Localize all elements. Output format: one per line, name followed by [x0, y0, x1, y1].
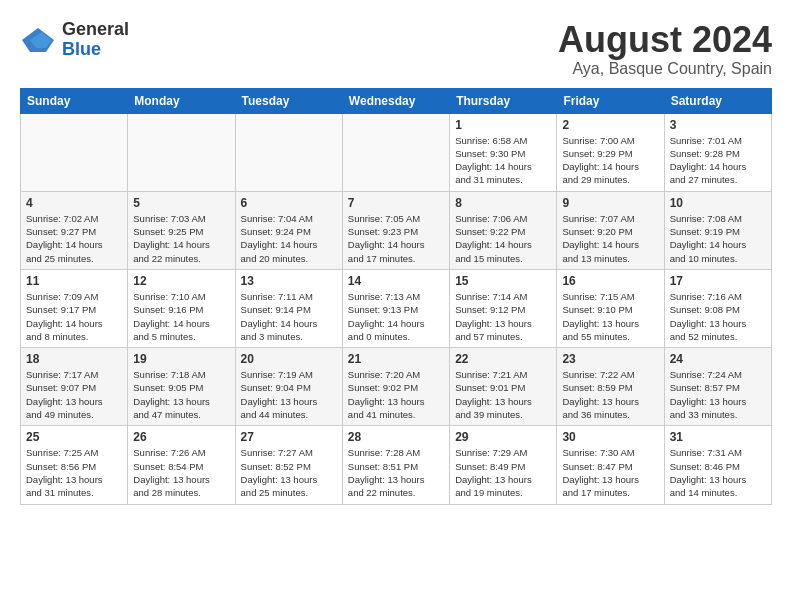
day-cell: 1Sunrise: 6:58 AM Sunset: 9:30 PM Daylig… — [450, 113, 557, 191]
day-info: Sunrise: 7:28 AM Sunset: 8:51 PM Dayligh… — [348, 446, 444, 499]
week-row-1: 1Sunrise: 6:58 AM Sunset: 9:30 PM Daylig… — [21, 113, 772, 191]
day-cell — [128, 113, 235, 191]
day-info: Sunrise: 7:15 AM Sunset: 9:10 PM Dayligh… — [562, 290, 658, 343]
day-info: Sunrise: 7:07 AM Sunset: 9:20 PM Dayligh… — [562, 212, 658, 265]
day-cell: 11Sunrise: 7:09 AM Sunset: 9:17 PM Dayli… — [21, 269, 128, 347]
day-info: Sunrise: 7:08 AM Sunset: 9:19 PM Dayligh… — [670, 212, 766, 265]
day-cell: 10Sunrise: 7:08 AM Sunset: 9:19 PM Dayli… — [664, 191, 771, 269]
day-cell: 30Sunrise: 7:30 AM Sunset: 8:47 PM Dayli… — [557, 426, 664, 504]
day-cell — [342, 113, 449, 191]
day-number: 8 — [455, 196, 551, 210]
day-number: 31 — [670, 430, 766, 444]
weekday-header-thursday: Thursday — [450, 88, 557, 113]
day-cell: 29Sunrise: 7:29 AM Sunset: 8:49 PM Dayli… — [450, 426, 557, 504]
day-info: Sunrise: 7:10 AM Sunset: 9:16 PM Dayligh… — [133, 290, 229, 343]
day-number: 11 — [26, 274, 122, 288]
day-cell: 2Sunrise: 7:00 AM Sunset: 9:29 PM Daylig… — [557, 113, 664, 191]
weekday-header-saturday: Saturday — [664, 88, 771, 113]
day-number: 10 — [670, 196, 766, 210]
day-cell: 23Sunrise: 7:22 AM Sunset: 8:59 PM Dayli… — [557, 348, 664, 426]
day-cell: 15Sunrise: 7:14 AM Sunset: 9:12 PM Dayli… — [450, 269, 557, 347]
week-row-3: 11Sunrise: 7:09 AM Sunset: 9:17 PM Dayli… — [21, 269, 772, 347]
day-cell: 27Sunrise: 7:27 AM Sunset: 8:52 PM Dayli… — [235, 426, 342, 504]
weekday-header-tuesday: Tuesday — [235, 88, 342, 113]
day-info: Sunrise: 7:16 AM Sunset: 9:08 PM Dayligh… — [670, 290, 766, 343]
day-number: 28 — [348, 430, 444, 444]
day-cell: 26Sunrise: 7:26 AM Sunset: 8:54 PM Dayli… — [128, 426, 235, 504]
weekday-header-sunday: Sunday — [21, 88, 128, 113]
day-cell: 8Sunrise: 7:06 AM Sunset: 9:22 PM Daylig… — [450, 191, 557, 269]
day-cell: 5Sunrise: 7:03 AM Sunset: 9:25 PM Daylig… — [128, 191, 235, 269]
location: Aya, Basque Country, Spain — [558, 60, 772, 78]
week-row-2: 4Sunrise: 7:02 AM Sunset: 9:27 PM Daylig… — [21, 191, 772, 269]
day-number: 23 — [562, 352, 658, 366]
day-info: Sunrise: 7:27 AM Sunset: 8:52 PM Dayligh… — [241, 446, 337, 499]
day-info: Sunrise: 7:24 AM Sunset: 8:57 PM Dayligh… — [670, 368, 766, 421]
day-number: 26 — [133, 430, 229, 444]
day-info: Sunrise: 7:04 AM Sunset: 9:24 PM Dayligh… — [241, 212, 337, 265]
day-cell — [21, 113, 128, 191]
day-number: 7 — [348, 196, 444, 210]
day-info: Sunrise: 7:09 AM Sunset: 9:17 PM Dayligh… — [26, 290, 122, 343]
day-cell: 12Sunrise: 7:10 AM Sunset: 9:16 PM Dayli… — [128, 269, 235, 347]
day-number: 25 — [26, 430, 122, 444]
day-number: 17 — [670, 274, 766, 288]
day-info: Sunrise: 7:29 AM Sunset: 8:49 PM Dayligh… — [455, 446, 551, 499]
day-info: Sunrise: 7:11 AM Sunset: 9:14 PM Dayligh… — [241, 290, 337, 343]
weekday-header-row: SundayMondayTuesdayWednesdayThursdayFrid… — [21, 88, 772, 113]
day-number: 14 — [348, 274, 444, 288]
day-number: 1 — [455, 118, 551, 132]
day-info: Sunrise: 7:06 AM Sunset: 9:22 PM Dayligh… — [455, 212, 551, 265]
day-number: 12 — [133, 274, 229, 288]
day-info: Sunrise: 7:05 AM Sunset: 9:23 PM Dayligh… — [348, 212, 444, 265]
logo-blue: Blue — [62, 39, 101, 59]
day-cell: 20Sunrise: 7:19 AM Sunset: 9:04 PM Dayli… — [235, 348, 342, 426]
day-number: 20 — [241, 352, 337, 366]
day-number: 15 — [455, 274, 551, 288]
day-info: Sunrise: 7:17 AM Sunset: 9:07 PM Dayligh… — [26, 368, 122, 421]
day-cell: 9Sunrise: 7:07 AM Sunset: 9:20 PM Daylig… — [557, 191, 664, 269]
day-cell: 28Sunrise: 7:28 AM Sunset: 8:51 PM Dayli… — [342, 426, 449, 504]
day-info: Sunrise: 7:21 AM Sunset: 9:01 PM Dayligh… — [455, 368, 551, 421]
day-number: 27 — [241, 430, 337, 444]
day-cell: 21Sunrise: 7:20 AM Sunset: 9:02 PM Dayli… — [342, 348, 449, 426]
weekday-header-friday: Friday — [557, 88, 664, 113]
day-cell: 16Sunrise: 7:15 AM Sunset: 9:10 PM Dayli… — [557, 269, 664, 347]
day-info: Sunrise: 7:02 AM Sunset: 9:27 PM Dayligh… — [26, 212, 122, 265]
day-cell: 22Sunrise: 7:21 AM Sunset: 9:01 PM Dayli… — [450, 348, 557, 426]
month-year: August 2024 — [558, 20, 772, 60]
week-row-4: 18Sunrise: 7:17 AM Sunset: 9:07 PM Dayli… — [21, 348, 772, 426]
day-info: Sunrise: 7:30 AM Sunset: 8:47 PM Dayligh… — [562, 446, 658, 499]
day-number: 4 — [26, 196, 122, 210]
day-number: 3 — [670, 118, 766, 132]
day-cell: 25Sunrise: 7:25 AM Sunset: 8:56 PM Dayli… — [21, 426, 128, 504]
day-number: 21 — [348, 352, 444, 366]
day-number: 29 — [455, 430, 551, 444]
day-cell: 19Sunrise: 7:18 AM Sunset: 9:05 PM Dayli… — [128, 348, 235, 426]
day-number: 22 — [455, 352, 551, 366]
day-info: Sunrise: 7:13 AM Sunset: 9:13 PM Dayligh… — [348, 290, 444, 343]
week-row-5: 25Sunrise: 7:25 AM Sunset: 8:56 PM Dayli… — [21, 426, 772, 504]
header: General Blue August 2024 Aya, Basque Cou… — [20, 20, 772, 78]
day-number: 13 — [241, 274, 337, 288]
day-info: Sunrise: 7:03 AM Sunset: 9:25 PM Dayligh… — [133, 212, 229, 265]
day-number: 5 — [133, 196, 229, 210]
day-cell: 4Sunrise: 7:02 AM Sunset: 9:27 PM Daylig… — [21, 191, 128, 269]
day-cell: 7Sunrise: 7:05 AM Sunset: 9:23 PM Daylig… — [342, 191, 449, 269]
title-area: August 2024 Aya, Basque Country, Spain — [558, 20, 772, 78]
day-info: Sunrise: 7:01 AM Sunset: 9:28 PM Dayligh… — [670, 134, 766, 187]
day-info: Sunrise: 7:18 AM Sunset: 9:05 PM Dayligh… — [133, 368, 229, 421]
day-cell: 14Sunrise: 7:13 AM Sunset: 9:13 PM Dayli… — [342, 269, 449, 347]
day-number: 16 — [562, 274, 658, 288]
day-info: Sunrise: 7:14 AM Sunset: 9:12 PM Dayligh… — [455, 290, 551, 343]
weekday-header-monday: Monday — [128, 88, 235, 113]
logo-text: General Blue — [62, 20, 129, 60]
day-cell: 6Sunrise: 7:04 AM Sunset: 9:24 PM Daylig… — [235, 191, 342, 269]
logo-general: General — [62, 19, 129, 39]
day-info: Sunrise: 7:31 AM Sunset: 8:46 PM Dayligh… — [670, 446, 766, 499]
day-info: Sunrise: 7:19 AM Sunset: 9:04 PM Dayligh… — [241, 368, 337, 421]
day-number: 30 — [562, 430, 658, 444]
logo: General Blue — [20, 20, 129, 60]
day-info: Sunrise: 7:26 AM Sunset: 8:54 PM Dayligh… — [133, 446, 229, 499]
day-number: 2 — [562, 118, 658, 132]
